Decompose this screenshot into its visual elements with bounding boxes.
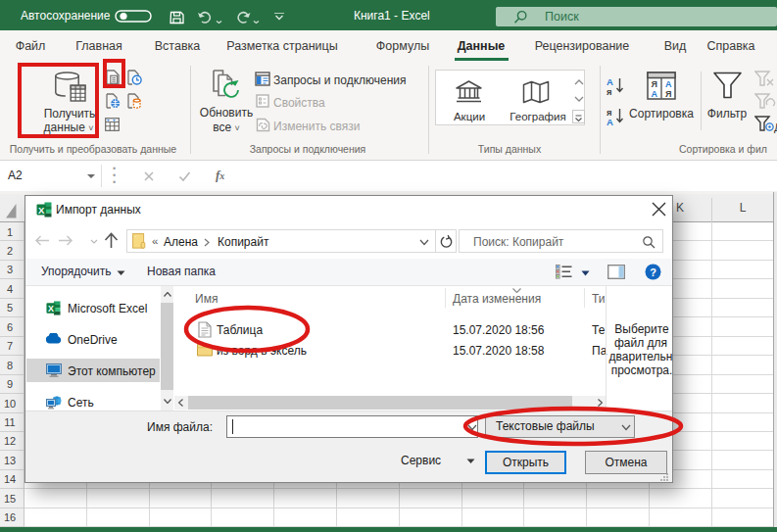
svg-text:Я: Я <box>665 89 671 99</box>
svg-text:А: А <box>665 79 672 89</box>
svg-text:Я: Я <box>652 79 657 89</box>
svg-text:X: X <box>48 304 54 314</box>
svg-text:?: ? <box>650 266 656 278</box>
svg-text:X: X <box>38 205 45 216</box>
svg-text:я: я <box>607 86 612 96</box>
svg-text:А: А <box>652 89 658 99</box>
svg-text:А: А <box>607 117 613 126</box>
